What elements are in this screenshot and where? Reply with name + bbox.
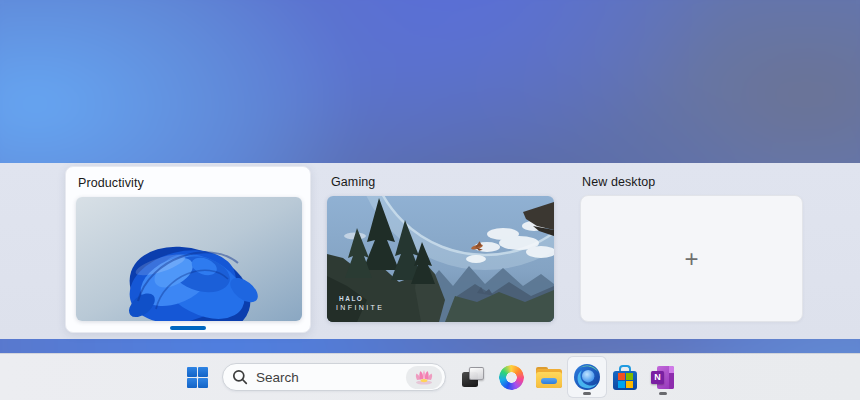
windows-logo-icon [187, 367, 208, 388]
search-box[interactable]: Search [222, 363, 446, 391]
desktop-thumbnail-productivity[interactable] [76, 197, 302, 321]
task-view-screen: Productivity [0, 0, 860, 400]
new-desktop-label: New desktop [582, 175, 655, 189]
lotus-flower-icon [414, 369, 434, 385]
copilot-button[interactable] [492, 357, 530, 397]
desktop-label-productivity: Productivity [78, 176, 144, 190]
new-desktop-button[interactable]: + [580, 195, 803, 322]
plus-icon: + [684, 247, 698, 271]
onenote-letter: N [651, 371, 664, 384]
task-view-panel: Productivity [0, 163, 860, 339]
desktop-card-productivity[interactable]: Productivity [65, 166, 311, 333]
start-button[interactable] [178, 357, 216, 397]
edge-icon [574, 364, 600, 390]
edge-running-indicator [583, 392, 591, 395]
windows-bloom-wallpaper [76, 197, 302, 321]
onenote-running-indicator [659, 392, 667, 395]
active-desktop-indicator [170, 326, 206, 330]
halo-logo-text: HALO [339, 295, 363, 302]
file-explorer-icon [536, 367, 562, 388]
halo-infinite-screenshot: HALO INFINITE [327, 196, 554, 322]
desktop-thumbnail-gaming[interactable]: HALO INFINITE [327, 196, 554, 322]
onenote-button[interactable]: N [644, 357, 682, 397]
onenote-icon: N [650, 365, 676, 390]
microsoft-store-icon [613, 365, 637, 390]
task-view-icon [461, 366, 485, 389]
infinite-logo-text: INFINITE [336, 304, 384, 311]
search-icon [232, 369, 248, 385]
edge-button[interactable] [568, 357, 606, 397]
search-placeholder: Search [256, 370, 299, 385]
copilot-icon [496, 362, 526, 392]
task-view-button[interactable] [454, 357, 492, 397]
file-explorer-button[interactable] [530, 357, 568, 397]
taskbar: Search [0, 353, 860, 400]
microsoft-store-button[interactable] [606, 357, 644, 397]
search-highlight-button[interactable] [406, 366, 442, 389]
desktop-label-gaming: Gaming [331, 175, 375, 189]
